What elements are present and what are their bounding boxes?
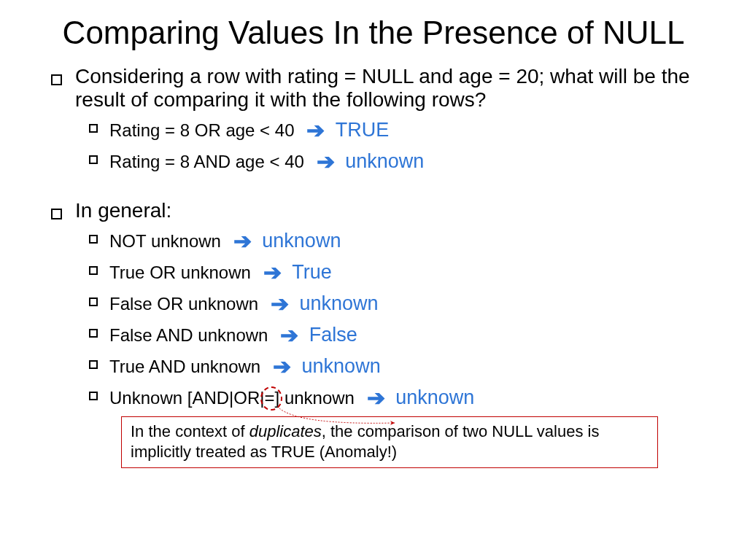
result: True: [292, 261, 332, 283]
bullet-not-unknown: NOT unknown ➔ unknown: [89, 227, 696, 252]
expr-post: ] unknown: [275, 388, 355, 408]
bullet-square-icon: [89, 392, 98, 400]
bullet-true-or-unknown: True OR unknown ➔ True: [89, 258, 696, 284]
bullet-example-or: Rating = 8 OR age < 40 ➔ TRUE: [89, 116, 696, 141]
expr: True OR unknown: [109, 262, 251, 282]
bullet-true-and-unknown: True AND unknown ➔ unknown: [89, 352, 696, 378]
bullet-content: False AND unknown ➔ False: [109, 321, 357, 346]
bullet-square-icon: [89, 155, 98, 164]
expr: False OR unknown: [109, 294, 258, 314]
bullet-content: Rating = 8 OR age < 40 ➔ TRUE: [109, 116, 389, 141]
arrow-icon: ➔: [271, 291, 289, 316]
arrow-icon: ➔: [317, 149, 335, 174]
bullet-content: Unknown [AND|OR|= ] unknown ➔ unknown: [109, 384, 474, 409]
expr: Rating = 8 OR age < 40: [109, 120, 295, 140]
slide: Comparing Values In the Presence of NULL…: [0, 0, 747, 468]
bullet-square-icon: [89, 360, 98, 369]
bullet-in-general: In general:: [51, 199, 696, 222]
bullet-considering: Considering a row with rating = NULL and…: [51, 65, 696, 112]
bullet-content: True OR unknown ➔ True: [109, 258, 332, 284]
result: unknown: [345, 150, 424, 172]
arrow-icon: ➔: [273, 354, 291, 379]
bullet-text: In general:: [75, 199, 171, 222]
expr-pre: Unknown [AND|OR|: [109, 388, 265, 408]
bullet-square-icon: [89, 298, 98, 306]
bullet-example-and: Rating = 8 AND age < 40 ➔ unknown: [89, 147, 696, 173]
bullet-square-icon: [89, 235, 98, 244]
bullet-square-icon: [51, 209, 62, 219]
bullet-content: Rating = 8 AND age < 40 ➔ unknown: [109, 147, 424, 173]
arrow-icon: ➔: [367, 385, 385, 411]
slide-title: Comparing Values In the Presence of NULL: [51, 15, 696, 52]
result: False: [309, 324, 357, 346]
arrow-icon: ➔: [280, 322, 298, 348]
arrow-icon: ➔: [306, 117, 325, 143]
bullet-square-icon: [89, 329, 98, 338]
result: unknown: [262, 230, 341, 252]
result: unknown: [395, 386, 474, 408]
equals-highlight: =: [265, 388, 275, 408]
bullet-square-icon: [89, 124, 98, 133]
bullet-content: False OR unknown ➔ unknown: [109, 289, 379, 315]
bullet-text: Considering a row with rating = NULL and…: [75, 65, 696, 112]
anomaly-note: In the context of duplicates, the compar…: [121, 416, 658, 468]
bullet-unknown-op-unknown: Unknown [AND|OR|= ] unknown ➔ unknown: [89, 384, 696, 409]
arrow-icon: ➔: [263, 260, 282, 285]
bullet-false-or-unknown: False OR unknown ➔ unknown: [89, 289, 696, 315]
bullet-content: NOT unknown ➔ unknown: [109, 227, 341, 252]
bullet-content: True AND unknown ➔ unknown: [109, 352, 381, 378]
expr-eq: =: [265, 388, 275, 408]
expr: True AND unknown: [109, 357, 260, 376]
expr: Rating = 8 AND age < 40: [109, 152, 304, 171]
expr: NOT unknown: [109, 231, 221, 251]
bullet-false-and-unknown: False AND unknown ➔ False: [89, 321, 696, 346]
note-pre: In the context of: [131, 422, 249, 440]
bullet-square-icon: [51, 74, 62, 85]
result: TRUE: [336, 119, 390, 141]
bullet-square-icon: [89, 266, 98, 275]
arrow-icon: ➔: [233, 228, 252, 254]
result: unknown: [299, 292, 378, 314]
note-italic: duplicates: [249, 422, 322, 440]
expr: False AND unknown: [109, 325, 268, 345]
result: unknown: [302, 355, 381, 377]
